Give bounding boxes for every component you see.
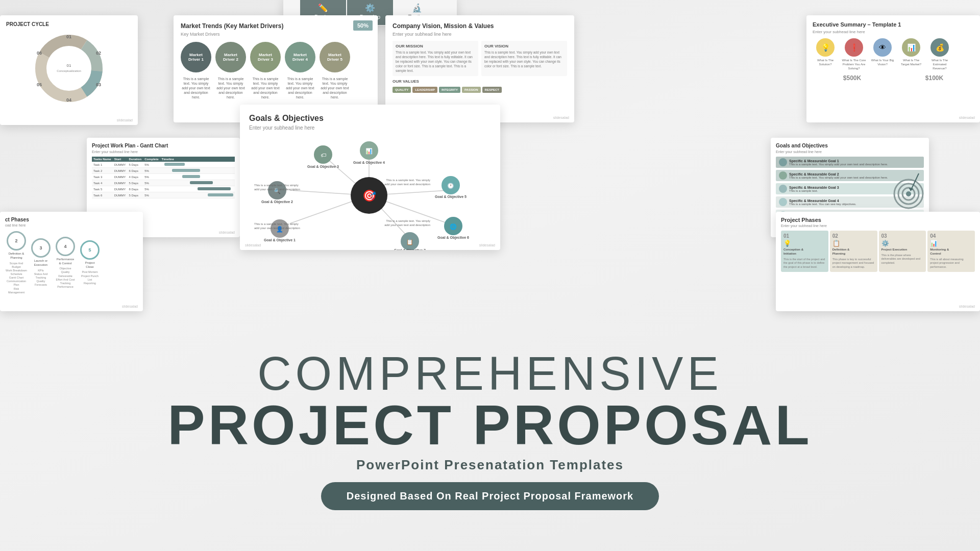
gantt-bar-cell-3 [160, 174, 235, 180]
phase-item-4: 4 Performance& Control ObjectiveQuality … [54, 237, 77, 289]
gantt-row-2: Task 2 DUMMY 6 Days 5% [92, 168, 235, 174]
develop-icon: ⚙️ [365, 3, 375, 13]
our-vision-title: OUR VISION [484, 44, 564, 48]
exec-number-2: $100K [895, 74, 974, 82]
executive-title: Executive Summary – Template 1 [813, 21, 974, 28]
percentage-badge: 50% [353, 20, 373, 31]
value-respect: RESPECT [482, 87, 502, 93]
slide-goals-objectives: Goals & Objectives Enter your subhead li… [240, 105, 500, 250]
executive-subtitle: Enter your subhead line here [813, 30, 974, 34]
exec-values-row: $500K $100K [813, 74, 974, 82]
gantt-duration-2: 6 Days [127, 168, 143, 174]
svg-text:01: 01 [66, 34, 71, 39]
gantt-start-2: DUMMY [113, 168, 128, 174]
phase-timeline-label-2: Definition &Planning [832, 248, 875, 256]
exec-icons-row: 💡 What Is The Solution? ❗ What Is The Co… [813, 38, 974, 70]
watermark-phases-left: slidesalad [122, 305, 138, 308]
phase-label-4: Performance& Control [54, 258, 77, 266]
phases-circles: 2 Definition &Planning Scope And BudgetW… [5, 231, 138, 294]
market-text-2: This is a sample text. You simply add yo… [215, 77, 246, 99]
market-text-3: This is a sample text. You simply add yo… [250, 77, 281, 99]
hero-banner[interactable]: Designed Based On Real Project Proposal … [321, 482, 659, 510]
goal-icon-3 [779, 185, 787, 193]
svg-text:Goal & Objective 6: Goal & Objective 6 [437, 236, 469, 240]
svg-text:🎯: 🎯 [362, 189, 377, 203]
phase-label-5: ProjectClose [79, 261, 101, 269]
our-mission-title: OUR MISSION [396, 44, 475, 48]
exec-icon-circle-1: 💡 [816, 38, 835, 57]
goal-label-4: Specific & Measurable Goal 4 [789, 199, 856, 203]
gantt-bar-cell-4 [160, 180, 235, 186]
exec-label-3: What Is Your Big Vision? [870, 59, 895, 67]
gantt-bar-cell-6 [160, 192, 235, 198]
phase-num-4: 04 [930, 233, 972, 239]
vision-section: OUR VISION This is a sample text. You si… [481, 41, 567, 76]
gantt-start-4: DUMMY [113, 180, 128, 186]
our-mission-text: This is a sample text. You simply add yo… [396, 50, 475, 73]
our-values-label: OUR VALUES [393, 79, 567, 84]
goal-text-2: This is a sample text. You simply add yo… [789, 176, 888, 179]
svg-text:add your own text and descript: add your own text and description [384, 223, 430, 227]
svg-text:01: 01 [67, 63, 71, 68]
market-trends-title: Market Trends (Key Market Drivers) [181, 22, 371, 30]
phase-num-1: 01 [783, 233, 826, 239]
watermark-vision: slidesalad [553, 116, 569, 119]
watermark-goals-right: slidesalad [479, 243, 495, 247]
market-circle-3: MarketDriver 3 [250, 42, 281, 72]
phase-sublabel-5: Post MortemProject Punch ListReporting [79, 270, 101, 285]
goal-label-3: Specific & Measurable Goal 3 [789, 186, 839, 189]
svg-text:02: 02 [96, 51, 101, 56]
svg-text:This is a sample text. You sim: This is a sample text. You simply [386, 179, 430, 182]
market-circles-row: MarketDriver 1 MarketDriver 2 MarketDriv… [181, 42, 371, 72]
watermark-project-cycle: slidesalad [117, 118, 133, 122]
svg-text:add your own text and descript: add your own text and description [254, 227, 300, 230]
gantt-duration-6: 5 Days [127, 192, 143, 198]
gantt-header-start: Start [113, 157, 128, 162]
phase-item-3: 3 Launch orExecution KPIsStatus And Trac… [30, 238, 52, 287]
svg-text:05: 05 [37, 82, 42, 87]
svg-text:🏷: 🏷 [321, 152, 326, 158]
svg-text:🕐: 🕐 [447, 182, 454, 189]
phases-left-subtitle: oad line here [5, 223, 138, 227]
svg-text:Goal & Objective 7: Goal & Objective 7 [394, 248, 426, 250]
phase-timeline-2: 02 📋 Definition &Planning This phase is … [830, 231, 877, 272]
company-vision-title: Company Vision, Mission & Values [393, 22, 567, 30]
slide-phases-left: ct Phases oad line here 2 Definition &Pl… [0, 212, 143, 311]
hero-section: COMPREHENSIVE PROJECT PROPOSAL PowerPoin… [0, 350, 980, 510]
watermark-work-plan: slidesalad [219, 231, 235, 234]
goals-subtitle: Enter your subhead line here [249, 125, 491, 131]
svg-text:03: 03 [96, 82, 101, 87]
slide-phases-right: Project Phases Enter your subhead line h… [776, 212, 980, 311]
phases-right-title: Project Phases [781, 217, 975, 223]
gantt-duration-5: 8 Days [127, 186, 143, 192]
gantt-task-3: Task 3 [92, 174, 113, 180]
phase-num-2: 02 [832, 233, 875, 239]
gantt-task-2: Task 2 [92, 168, 113, 174]
exec-icon-circle-4: 📊 [902, 38, 920, 57]
gantt-complete-2: 5% [143, 168, 160, 174]
svg-text:Goal & Objective 5: Goal & Objective 5 [435, 195, 467, 199]
market-text-4: This is a sample text. You simply add yo… [285, 77, 315, 99]
watermark-phases-right: slidesalad [959, 305, 975, 308]
phase-icon-4: 📊 [930, 240, 972, 247]
value-passion: PASSION [462, 87, 481, 93]
gantt-task-4: Task 4 [92, 180, 113, 186]
goal-text-4: This is a sample text. You can see key o… [789, 203, 856, 206]
goal-label-2: Specific & Measurable Goal 2 [789, 172, 888, 176]
slide-project-cycle: PROJECT CYCLE 01 Conceptualization 01 02… [0, 15, 138, 125]
phase-label-2: Definition &Planning [5, 252, 28, 260]
gantt-bar-cell-2 [160, 168, 235, 174]
exec-label-4: What Is The Target Market? [898, 59, 924, 67]
values-row: QUALITY LEADERSHIP INTEGRITY PASSION RES… [393, 87, 567, 93]
gantt-row-6: Task 6 DUMMY 5 Days 5% [92, 192, 235, 198]
gantt-header-complete: Complete [143, 157, 160, 162]
our-vision-text: This is a sample text. You simply add yo… [484, 50, 564, 68]
phases-right-subtitle: Enter your subhead line here [781, 224, 975, 228]
goal-text-3: This is a sample text. [789, 189, 839, 192]
goal-icon-4 [779, 198, 787, 206]
svg-text:This is a sample text. You sim: This is a sample text. You simply [254, 222, 299, 226]
exec-icon-circle-3: 👁 [873, 38, 892, 57]
exec-label-1: What Is The Solution? [813, 59, 838, 67]
company-vision-subtitle: Enter your subhead line here [393, 32, 567, 37]
donut-container: 01 Conceptualization 01 02 03 04 05 06 [6, 30, 132, 107]
